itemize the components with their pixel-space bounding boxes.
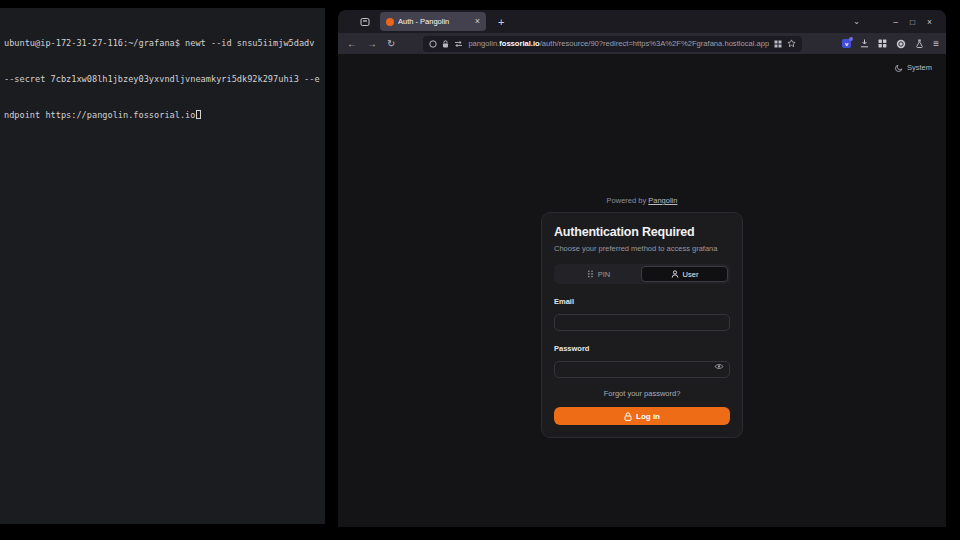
toolbar-icons: v ≡ (842, 38, 939, 49)
lock-icon[interactable] (442, 40, 449, 48)
maximize-button[interactable]: □ (904, 17, 921, 27)
new-tab-button[interactable]: + (498, 16, 504, 28)
terminal-panel[interactable]: ubuntu@ip-172-31-27-116:~/grafana$ newt … (0, 8, 325, 524)
auth-card: Authentication Required Choose your pref… (541, 212, 743, 438)
download-icon[interactable] (860, 39, 869, 48)
tab-bar: Auth - Pangolin × + ⌄ – □ × (338, 10, 946, 33)
permissions-arrows-icon[interactable] (454, 40, 463, 48)
keypad-icon (587, 270, 594, 278)
email-field[interactable] (554, 314, 730, 331)
shortcuts-grid-icon[interactable] (774, 40, 782, 48)
pangolin-link[interactable]: Pangolin (648, 196, 677, 205)
page-content: System Powered by Pangolin Authenticatio… (338, 54, 946, 527)
card-subtitle: Choose your preferred method to access g… (554, 244, 730, 253)
powered-by: Powered by Pangolin (338, 54, 946, 205)
theme-toggle[interactable]: System (895, 63, 932, 72)
forgot-password-link[interactable]: Forgot your password? (554, 389, 730, 398)
navigation-toolbar: ← → ↻ pangolin.fossorial.io/auth/resourc… (338, 33, 946, 54)
bookmark-star-icon[interactable] (787, 39, 796, 48)
login-lock-icon (624, 412, 632, 421)
terminal-cursor (196, 110, 201, 119)
tab-auth-pangolin[interactable]: Auth - Pangolin × (380, 12, 486, 31)
auth-method-tabs: PIN User (554, 264, 730, 284)
url-text: pangolin.fossorial.io/auth/resource/90?r… (468, 39, 769, 48)
email-label: Email (554, 297, 730, 306)
tab-pin[interactable]: PIN (556, 266, 641, 282)
password-label: Password (554, 344, 730, 353)
back-icon[interactable]: ← (347, 38, 357, 49)
adblock-circle-icon[interactable] (896, 39, 906, 49)
firefox-view-icon[interactable] (360, 17, 370, 27)
close-button[interactable]: × (921, 17, 938, 27)
terminal-line: --secret 7cbz1xw08lh1jbzey03yxvndljvneam… (4, 73, 321, 85)
tab-pin-label: PIN (598, 270, 611, 279)
shield-icon[interactable] (429, 40, 437, 48)
extension-badge-icon[interactable]: v (842, 39, 851, 48)
extensions-grid-icon[interactable] (878, 39, 887, 48)
pangolin-favicon (386, 18, 394, 26)
forward-icon[interactable]: → (367, 38, 377, 49)
terminal-line: ubuntu@ip-172-31-27-116:~/grafana$ newt … (4, 37, 321, 49)
menu-icon[interactable]: ≡ (933, 38, 939, 49)
moon-icon (895, 64, 903, 72)
url-bar[interactable]: pangolin.fossorial.io/auth/resource/90?r… (423, 36, 802, 52)
flask-icon[interactable] (915, 39, 924, 48)
tab-user-label: User (683, 270, 699, 279)
terminal-line: ndpoint https://pangolin.fossorial.io (4, 109, 321, 121)
minimize-button[interactable]: – (887, 17, 904, 27)
user-icon (671, 270, 679, 278)
card-title: Authentication Required (554, 225, 730, 239)
tab-close-icon[interactable]: × (475, 17, 480, 26)
window-controls: ⌄ – □ × (848, 17, 938, 27)
browser-window: Auth - Pangolin × + ⌄ – □ × ← → ↻ pangol… (338, 10, 946, 527)
show-password-eye-icon[interactable] (714, 362, 724, 371)
tab-user[interactable]: User (641, 266, 728, 282)
list-tabs-chevron-icon[interactable]: ⌄ (848, 17, 865, 26)
reload-icon[interactable]: ↻ (387, 38, 395, 49)
tab-title: Auth - Pangolin (398, 17, 471, 26)
login-button-label: Log in (636, 412, 660, 421)
login-button[interactable]: Log in (554, 407, 730, 425)
password-field[interactable] (554, 361, 730, 378)
theme-toggle-label: System (907, 63, 932, 72)
nav-buttons: ← → ↻ (347, 38, 395, 49)
